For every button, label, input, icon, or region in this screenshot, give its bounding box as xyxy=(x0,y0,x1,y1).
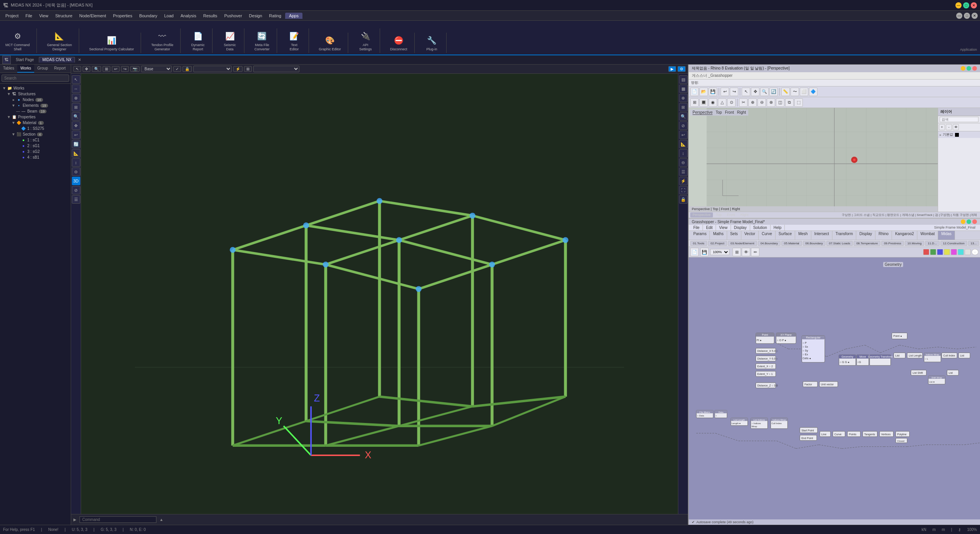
rt-btn-14[interactable]: 🔒 xyxy=(679,195,688,204)
menu-view[interactable]: View xyxy=(36,13,51,19)
gh-tb-doc[interactable]: 📄 xyxy=(690,248,699,256)
gh-tab-kangaroo[interactable]: Kangaroo2 xyxy=(892,231,917,240)
search-input[interactable] xyxy=(2,75,69,82)
rhino-tb2-12[interactable]: ⬚ xyxy=(794,98,803,107)
lt-btn-4[interactable]: ⊞ xyxy=(72,103,80,111)
tree-nodes[interactable]: ▸ ● Nodes 16 xyxy=(0,97,71,103)
rhino-tb2-10[interactable]: ◫ xyxy=(776,98,784,107)
rt-btn-11[interactable]: ☰ xyxy=(679,167,688,176)
gh-tab-sets[interactable]: Sets xyxy=(727,231,741,240)
menu-analysis[interactable]: Analysis xyxy=(178,13,199,19)
maximize-button[interactable]: □ xyxy=(963,2,969,8)
tree-section-1[interactable]: ● 1 : sC1 xyxy=(0,137,71,143)
toolbar-check-btn[interactable]: ✓ xyxy=(173,66,181,72)
ribbon-btn-seismic[interactable]: 📈 SeismicData xyxy=(220,28,239,53)
gh-sub-07[interactable]: 07.Static Loads xyxy=(826,241,853,246)
toolbar-disp-select[interactable] xyxy=(253,66,299,72)
gh-tb-fit[interactable]: ⊞ xyxy=(733,248,741,256)
tree-works[interactable]: ▼ 📁 Works xyxy=(0,85,71,91)
gh-close-btn[interactable] xyxy=(972,219,977,224)
toolbar-select-btn[interactable]: ↖ xyxy=(73,66,81,72)
tree-properties[interactable]: ▼ 📋 Properties xyxy=(0,114,71,120)
rhino-3d-viewport[interactable]: Perspective Top Front Right xyxy=(689,108,980,212)
rhino-tb2-7[interactable]: ⊕ xyxy=(748,98,757,107)
rhino-tb2-11[interactable]: ⧉ xyxy=(785,98,794,107)
ribbon-btn-text-editor[interactable]: 📝 TextEditor xyxy=(285,28,304,53)
gh-zoom-select[interactable]: 100% 75% 50% xyxy=(710,249,729,255)
gh-tab-intersect[interactable]: Intersect xyxy=(811,231,832,240)
rhino-tb-solid[interactable]: 🔷 xyxy=(809,88,817,96)
gh-min-btn[interactable] xyxy=(961,219,965,224)
rhino-tb2-2[interactable]: 🔳 xyxy=(699,98,708,107)
gh-tab-params[interactable]: Params xyxy=(690,231,710,240)
menu-node-element[interactable]: Node/Element xyxy=(76,13,109,19)
rt-btn-6[interactable]: ⊘ xyxy=(679,121,688,130)
gh-tb-save[interactable]: 💾 xyxy=(700,248,709,256)
lt-btn-1[interactable]: ↖ xyxy=(72,75,80,84)
menu-load[interactable]: Load xyxy=(161,13,176,19)
tree-section[interactable]: ▼ ⬛ Section 4 xyxy=(0,131,71,137)
rhino-tb-line[interactable]: 📏 xyxy=(781,88,790,96)
toolbar-zoom-btn[interactable]: 🔍 xyxy=(92,66,101,72)
layer-search-input[interactable] xyxy=(940,117,978,122)
midas-maximize[interactable]: □ xyxy=(964,13,970,19)
rt-btn-4[interactable]: ⊞ xyxy=(679,103,688,111)
lt-btn-9[interactable]: 📐 xyxy=(72,149,80,158)
command-input[interactable] xyxy=(80,516,156,523)
gh-sub-08[interactable]: 08.Temperature xyxy=(854,241,880,246)
rhino-tb2-4[interactable]: △ xyxy=(718,98,726,107)
lt-btn-5[interactable]: 🔍 xyxy=(72,112,80,121)
gh-tb-draw[interactable]: ✏ xyxy=(751,248,759,256)
toolbar-view-select[interactable] xyxy=(193,66,232,72)
tab-icon-btn[interactable]: 🏗 xyxy=(2,56,11,64)
gh-sub-09[interactable]: 09.Prestress xyxy=(881,241,904,246)
ribbon-btn-meta[interactable]: 🔄 Meta FileConverter xyxy=(252,28,272,53)
rt-btn-10[interactable]: ⊖ xyxy=(679,158,688,167)
gh-sub-02project[interactable]: 02.Project xyxy=(708,241,727,246)
gh-sub-05[interactable]: 05.Material xyxy=(781,241,802,246)
ribbon-btn-general-section[interactable]: 📐 General SectionDesigner xyxy=(45,28,74,53)
rhino-tb2-8[interactable]: ⊖ xyxy=(757,98,766,107)
lt-btn-10[interactable]: ↕ xyxy=(72,158,80,167)
rt-btn-1[interactable]: ▤ xyxy=(679,75,688,84)
rhino-tb2-9[interactable]: ⊗ xyxy=(767,98,775,107)
minimize-button[interactable]: — xyxy=(955,2,962,8)
menu-apps[interactable]: Apps xyxy=(285,13,302,19)
rhino-tb-curve[interactable]: 〜 xyxy=(791,88,799,96)
rhino-tb-save[interactable]: 💾 xyxy=(709,88,717,96)
gh-max-btn[interactable] xyxy=(967,219,971,224)
tree-structures[interactable]: ▼ 🏗 Structures xyxy=(0,91,71,97)
rhino-tb2-6[interactable]: ✂ xyxy=(739,98,747,107)
gh-menu-file[interactable]: File xyxy=(690,225,703,231)
ribbon-btn-plugin[interactable]: 🔧 Plug-in xyxy=(422,33,442,53)
menu-project[interactable]: Project xyxy=(2,13,22,19)
rhino-tab-front[interactable]: Front xyxy=(725,212,737,217)
lt-btn-11[interactable]: ⊖ xyxy=(72,167,80,176)
rhino-tab-top[interactable]: Top xyxy=(714,212,724,217)
toolbar-grid-btn[interactable]: ⊞ xyxy=(244,66,252,72)
rhino-tb2-5[interactable]: ⊙ xyxy=(727,98,736,107)
panel-tab-group[interactable]: Group xyxy=(34,65,51,73)
toolbar-undo-btn[interactable]: ↩ xyxy=(112,66,120,72)
gh-tab-transform[interactable]: Transform xyxy=(832,231,856,240)
tree-section-2[interactable]: ● 2 : sG1 xyxy=(0,143,71,149)
gh-sub-12[interactable]: 12.Construction xyxy=(940,241,967,246)
toolbar-base-select[interactable]: Base xyxy=(141,66,172,72)
gh-sub-06[interactable]: 06.Boundary xyxy=(803,241,826,246)
menu-rating[interactable]: Rating xyxy=(266,13,284,19)
gh-tab-wombat[interactable]: Wombat xyxy=(917,231,938,240)
panel-tab-works[interactable]: Works xyxy=(17,65,34,73)
rhino-tb-open[interactable]: 📂 xyxy=(699,88,708,96)
gh-menu-solution[interactable]: Solution xyxy=(750,225,771,231)
toolbar-redo-btn[interactable]: ↪ xyxy=(121,66,129,72)
menu-properties[interactable]: Properties xyxy=(110,13,135,19)
ribbon-btn-dynamic[interactable]: 📄 DynamicReport xyxy=(188,28,208,53)
rhino-tab-perspective[interactable]: Perspective xyxy=(690,212,713,217)
menu-file[interactable]: File xyxy=(22,13,35,19)
gh-menu-edit[interactable]: Edit xyxy=(703,225,716,231)
rt-btn-9[interactable]: ↕ xyxy=(679,149,688,158)
rhino-max-btn[interactable] xyxy=(967,66,971,71)
menu-results[interactable]: Results xyxy=(200,13,221,19)
lt-btn-3[interactable]: ⊕ xyxy=(72,94,80,102)
tab-start-page[interactable]: Start Page xyxy=(12,57,37,63)
